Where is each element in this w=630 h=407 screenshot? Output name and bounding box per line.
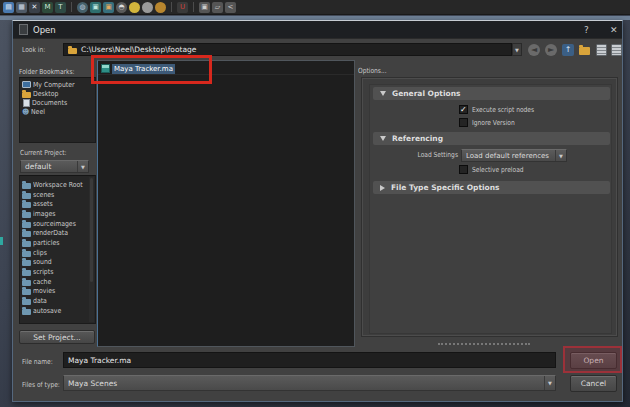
- ignore-version-label: Ignore Version: [472, 119, 515, 127]
- bookmark-label: My Computer: [33, 81, 75, 89]
- bookmark-item[interactable]: My Computer: [20, 80, 95, 89]
- project-folder-item[interactable]: Workspace Root: [20, 180, 95, 190]
- folder-icon: [22, 251, 31, 257]
- project-folder-item[interactable]: cache: [20, 277, 95, 287]
- look-in-path: C:\Users\Neel\Desktop\footage: [81, 45, 196, 54]
- dialog-title: Open: [33, 25, 56, 35]
- current-project-dropdown[interactable]: default ▼: [20, 160, 89, 173]
- cube-axis-icon[interactable]: ▣: [103, 2, 114, 13]
- yellow-sphere-icon[interactable]: [129, 2, 140, 13]
- project-folder-item[interactable]: sourceimages: [20, 219, 95, 229]
- selective-preload-checkbox[interactable]: [459, 165, 468, 174]
- folder-yellow-icon: [22, 92, 31, 98]
- options-panel: General Options Execute script nodes Ign…: [361, 77, 618, 337]
- load-settings-label: Load Settings: [383, 151, 458, 159]
- project-folder-item[interactable]: scenes: [20, 190, 95, 200]
- project-folder-label: scenes: [33, 191, 54, 199]
- folder-icon: [22, 260, 31, 266]
- save-scene-icon[interactable]: ✕: [29, 2, 40, 13]
- file-list-panel[interactable]: Maya Tracker.ma: [97, 60, 355, 347]
- cancel-button[interactable]: Cancel: [570, 375, 617, 392]
- document-icon: [23, 99, 30, 107]
- folder-icon: [22, 183, 31, 189]
- duplicate-icon[interactable]: ▱: [212, 2, 223, 13]
- render-globe-icon[interactable]: ◍: [77, 2, 88, 13]
- dialog-titlebar[interactable]: Open ? ✕: [13, 21, 622, 39]
- file-name-label: File name:: [22, 358, 53, 366]
- section-file-type-specific-options[interactable]: File Type Specific Options: [373, 181, 610, 194]
- ignore-version-checkbox[interactable]: [459, 118, 468, 127]
- project-folder-item[interactable]: renderData: [20, 228, 95, 238]
- snap-magnet-icon[interactable]: U: [177, 2, 188, 13]
- bookmark-label: Documents: [32, 99, 67, 107]
- project-folder-item[interactable]: sound: [20, 258, 95, 268]
- checker-sphere-icon[interactable]: ◓: [116, 2, 127, 13]
- projects-scrollbar[interactable]: [89, 177, 94, 322]
- folder-icon: [22, 231, 31, 237]
- toolbar-separator: [171, 2, 172, 12]
- back-icon[interactable]: ◄: [528, 44, 540, 56]
- details-view-icon[interactable]: [611, 44, 622, 56]
- project-folder-label: sourceimages: [33, 220, 76, 228]
- load-settings-value: Load default references: [466, 152, 555, 160]
- files-of-type-label: Files of type:: [22, 381, 60, 389]
- project-folder-item[interactable]: images: [20, 209, 95, 219]
- dialog-window-icon: [19, 24, 28, 35]
- new-scene-icon[interactable]: ▤: [3, 2, 14, 13]
- bookmark-item[interactable]: ☻Neel: [20, 108, 95, 117]
- project-folders-list[interactable]: Workspace Rootscenesassetsimagessourceim…: [19, 175, 96, 324]
- close-button[interactable]: ✕: [610, 25, 618, 35]
- project-folder-label: data: [33, 297, 47, 305]
- load-settings-dropdown[interactable]: Load default references ▼: [461, 149, 567, 162]
- section-general-options[interactable]: General Options: [373, 87, 610, 100]
- open-scene-icon[interactable]: ▦: [16, 2, 27, 13]
- project-folder-item[interactable]: particles: [20, 238, 95, 248]
- project-folder-label: renderData: [33, 229, 68, 237]
- background-mark: [0, 237, 3, 245]
- splitter-handle[interactable]: [438, 343, 530, 345]
- bookmark-item[interactable]: Desktop: [20, 89, 95, 98]
- gray-sphere-icon[interactable]: [142, 2, 153, 13]
- share-icon[interactable]: <: [225, 2, 236, 13]
- toolbar-separator: [193, 2, 194, 12]
- set-project-button[interactable]: Set Project...: [19, 330, 95, 344]
- project-folder-item[interactable]: clips: [20, 248, 95, 258]
- folder-bookmarks-list[interactable]: My ComputerDesktopDocuments☻Neel: [19, 77, 96, 143]
- section-referencing[interactable]: Referencing: [373, 132, 610, 145]
- folder-icon: [68, 48, 77, 54]
- gold-sphere-icon[interactable]: [155, 2, 166, 13]
- folder-icon: [22, 270, 31, 276]
- import-icon[interactable]: M: [42, 2, 53, 13]
- folder-icon: [22, 289, 31, 295]
- create-new-folder-icon[interactable]: [578, 44, 590, 56]
- isolate-cube-icon[interactable]: ▣: [199, 2, 210, 13]
- current-project-value: default: [25, 162, 77, 171]
- current-project-label: Current Project:: [20, 149, 67, 157]
- project-folder-label: movies: [33, 287, 55, 295]
- file-name-input[interactable]: Maya Tracker.ma: [63, 352, 556, 368]
- list-view-icon[interactable]: [596, 44, 607, 56]
- execute-script-nodes-label: Execute script nodes: [472, 106, 534, 114]
- files-of-type-value: Maya Scenes: [68, 379, 544, 388]
- chevron-down-icon: ▼: [77, 161, 88, 172]
- chevron-down-icon: ▼: [544, 376, 555, 390]
- forward-icon[interactable]: ►: [545, 44, 557, 56]
- project-folder-label: scripts: [33, 268, 53, 276]
- project-folder-item[interactable]: autosave: [20, 306, 95, 316]
- project-folder-item[interactable]: data: [20, 296, 95, 306]
- folder-icon: [22, 241, 31, 247]
- export-icon[interactable]: T: [55, 2, 66, 13]
- cube-icon[interactable]: ▣: [90, 2, 101, 13]
- look-in-dropdown-button[interactable]: ▼: [512, 43, 522, 56]
- help-button[interactable]: ?: [584, 25, 589, 35]
- bookmark-item[interactable]: Documents: [20, 98, 95, 107]
- files-of-type-dropdown[interactable]: Maya Scenes ▼: [63, 375, 556, 391]
- project-folder-item[interactable]: scripts: [20, 267, 95, 277]
- execute-script-nodes-checkbox[interactable]: [459, 105, 468, 114]
- up-one-level-icon[interactable]: ↑: [562, 44, 574, 56]
- project-folder-item[interactable]: assets: [20, 199, 95, 209]
- project-folder-item[interactable]: movies: [20, 287, 95, 297]
- selective-preload-label: Selective preload: [472, 166, 524, 174]
- options-label: Options...: [358, 67, 387, 75]
- file-name-value: Maya Tracker.ma: [68, 356, 131, 365]
